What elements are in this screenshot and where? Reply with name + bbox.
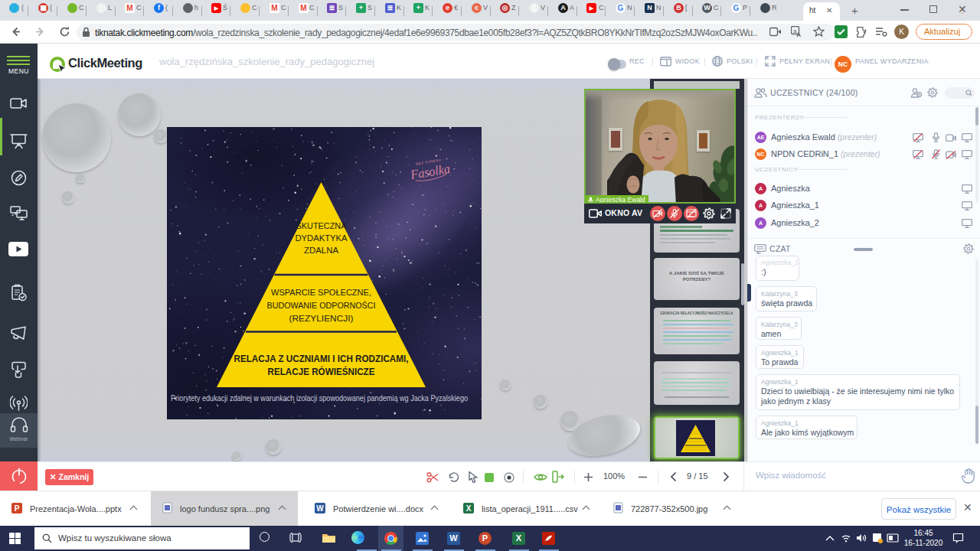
svg-text:SKUTECZNA: SKUTECZNA [296,221,347,230]
svg-text:(REZYLIENCJI): (REZYLIENCJI) [289,314,354,323]
svg-text:P: P [15,504,20,513]
svg-text:RELACJE RÓWIEŚNICZE: RELACJE RÓWIEŚNICZE [268,366,375,377]
svg-text:a: a [793,28,797,34]
svg-text:Priorytety edukacji zdalnej w: Priorytety edukacji zdalnej w warunkach … [171,394,468,403]
svg-text:BUDOWANIE ODPORNOŚCI: BUDOWANIE ODPORNOŚCI [267,301,376,310]
svg-text:ZDALNA: ZDALNA [304,246,338,255]
svg-text:X: X [466,504,472,513]
svg-text:DYDAKTYKA: DYDAKTYKA [296,233,348,243]
svg-text:WSPARCIE SPOŁECZNE,: WSPARCIE SPOŁECZNE, [271,288,371,297]
svg-text:RELACJA Z UCZNIAMI I ICH RODZI: RELACJA Z UCZNIAMI I ICH RODZICAMI, [234,354,409,364]
svg-text:W: W [316,504,324,513]
